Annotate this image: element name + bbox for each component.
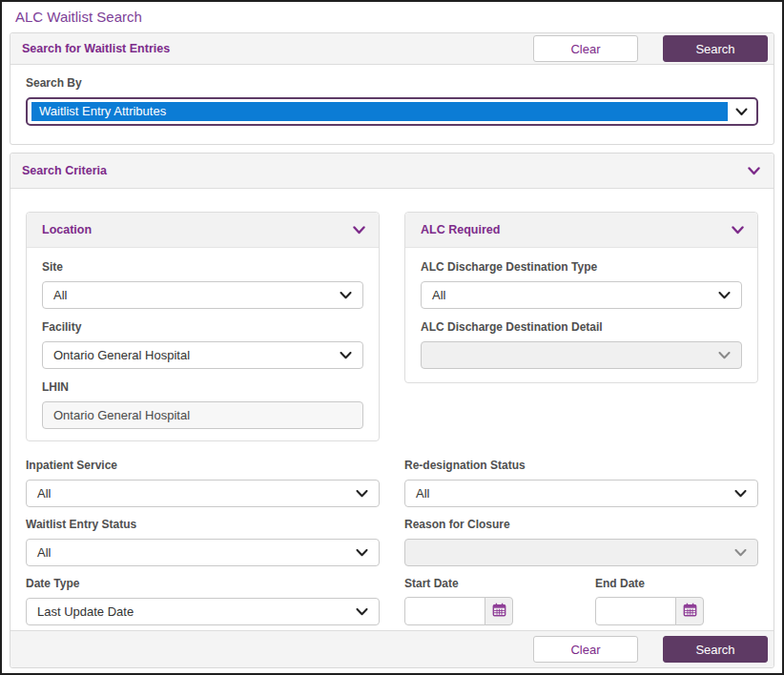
waitlist-entry-status-value: All (37, 545, 51, 560)
waitlist-entry-status-select[interactable]: All (26, 539, 380, 566)
lhin-readonly-input: Ontario General Hospital (42, 401, 363, 429)
chevron-down-icon (718, 292, 731, 299)
alc-destination-type-value: All (432, 288, 445, 302)
date-labels-row: Start Date End Date (404, 577, 758, 590)
criteria-footer-bar: Clear Search (10, 630, 774, 667)
lhin-label: LHIN (42, 380, 363, 394)
search-by-select[interactable]: Waitlist Entry Attributes (26, 97, 758, 126)
alc-waitlist-search-page: ALC Waitlist Search Search for Waitlist … (0, 0, 784, 675)
location-panel: Location Site All (26, 212, 380, 441)
search-criteria-card: Search Criteria Location S (10, 153, 774, 668)
alc-destination-detail-field: ALC Discharge Destination Detail (421, 320, 742, 369)
service-status-row: Inpatient Service All Re-designation Sta… (26, 459, 758, 507)
alc-destination-detail-select (421, 341, 742, 369)
end-date-calendar-button[interactable] (675, 597, 704, 625)
end-date-group (595, 597, 704, 625)
alc-destination-detail-label: ALC Discharge Destination Detail (421, 320, 742, 334)
search-criteria-title: Search Criteria (22, 164, 107, 177)
chevron-down-icon (748, 167, 760, 175)
start-date-input[interactable] (404, 597, 485, 625)
search-by-label: Search By (26, 76, 758, 90)
search-entries-title: Search for Waitlist Entries (22, 42, 170, 55)
facility-value: Ontario General Hospital (53, 348, 190, 362)
alc-destination-type-label: ALC Discharge Destination Type (421, 260, 742, 274)
chevron-down-icon (734, 490, 747, 498)
clear-button-bottom[interactable]: Clear (533, 636, 638, 663)
alc-destination-type-select[interactable]: All (421, 281, 742, 309)
chevron-down-icon (356, 608, 368, 616)
alc-required-panel-body: ALC Discharge Destination Type All ALC D… (405, 248, 757, 381)
waitlist-entry-status-field: Waitlist Entry Status All (26, 518, 380, 566)
chevron-down-icon (356, 490, 368, 498)
waitlist-entry-status-label: Waitlist Entry Status (26, 518, 380, 531)
facility-label: Facility (42, 320, 363, 334)
chevron-down-icon (732, 226, 744, 235)
reason-for-closure-label: Reason for Closure (404, 518, 758, 531)
redesignation-status-select[interactable]: All (404, 480, 758, 507)
chevron-down-icon (340, 292, 352, 299)
reason-for-closure-field: Reason for Closure (404, 518, 758, 566)
calendar-icon (683, 603, 697, 620)
facility-field: Facility Ontario General Hospital (42, 320, 363, 369)
search-criteria-body: Location Site All (10, 189, 774, 630)
start-date-label: Start Date (404, 577, 513, 590)
start-date-calendar-button[interactable] (485, 597, 513, 625)
search-button-top[interactable]: Search (663, 35, 768, 62)
header-buttons: Clear Search (533, 35, 768, 62)
inpatient-service-select[interactable]: All (26, 480, 380, 507)
chevron-down-icon (718, 352, 731, 359)
lhin-value: Ontario General Hospital (53, 408, 190, 422)
search-by-selected-value: Waitlist Entry Attributes (31, 102, 728, 121)
location-panel-header[interactable]: Location (27, 213, 379, 248)
chevron-down-icon (340, 352, 352, 359)
date-range-fields: Start Date End Date (404, 577, 758, 625)
alc-required-panel-header[interactable]: ALC Required (405, 213, 757, 248)
end-date-input[interactable] (595, 597, 676, 625)
site-field: Site All (42, 260, 363, 309)
search-button-bottom[interactable]: Search (663, 636, 768, 663)
inpatient-service-value: All (37, 486, 51, 501)
search-criteria-header[interactable]: Search Criteria (10, 153, 774, 189)
site-select[interactable]: All (42, 281, 363, 309)
site-label: Site (42, 260, 363, 274)
search-entries-card-header: Search for Waitlist Entries Clear Search (10, 33, 774, 65)
search-by-section: Search By Waitlist Entry Attributes (10, 65, 774, 126)
date-type-field: Date Type Last Update Date (26, 577, 380, 625)
chevron-down-icon (735, 108, 748, 116)
reason-for-closure-select (404, 539, 758, 566)
date-type-value: Last Update Date (37, 604, 134, 619)
inpatient-service-field: Inpatient Service All (26, 459, 380, 507)
alc-required-panel-title: ALC Required (421, 223, 500, 236)
alc-destination-type-field: ALC Discharge Destination Type All (421, 260, 742, 309)
page-title: ALC Waitlist Search (2, 2, 782, 32)
date-type-select[interactable]: Last Update Date (26, 598, 380, 625)
inpatient-service-label: Inpatient Service (26, 459, 380, 472)
chevron-down-icon (734, 549, 747, 557)
location-panel-title: Location (42, 223, 92, 236)
entry-status-row: Waitlist Entry Status All Reason for Clo… (26, 518, 758, 566)
calendar-icon (492, 603, 506, 620)
clear-button-top[interactable]: Clear (533, 35, 638, 62)
redesignation-status-value: All (416, 486, 429, 501)
end-date-label: End Date (595, 577, 645, 590)
location-panel-body: Site All Facility Ontario Gene (27, 248, 379, 441)
facility-select[interactable]: Ontario General Hospital (42, 341, 363, 369)
start-date-group (404, 597, 513, 625)
redesignation-status-label: Re-designation Status (404, 459, 758, 472)
lhin-field: LHIN Ontario General Hospital (42, 380, 363, 429)
criteria-panels-row: Location Site All (26, 212, 758, 441)
chevron-down-icon (353, 226, 365, 235)
redesignation-status-field: Re-designation Status All (404, 459, 758, 507)
date-inputs-row (404, 597, 758, 625)
date-type-label: Date Type (26, 577, 380, 590)
site-value: All (53, 288, 67, 302)
chevron-down-icon (356, 549, 368, 557)
date-row: Date Type Last Update Date Start Date En… (26, 577, 758, 625)
alc-required-panel: ALC Required ALC Discharge Destination T… (404, 212, 758, 383)
search-entries-card: Search for Waitlist Entries Clear Search… (10, 32, 774, 145)
